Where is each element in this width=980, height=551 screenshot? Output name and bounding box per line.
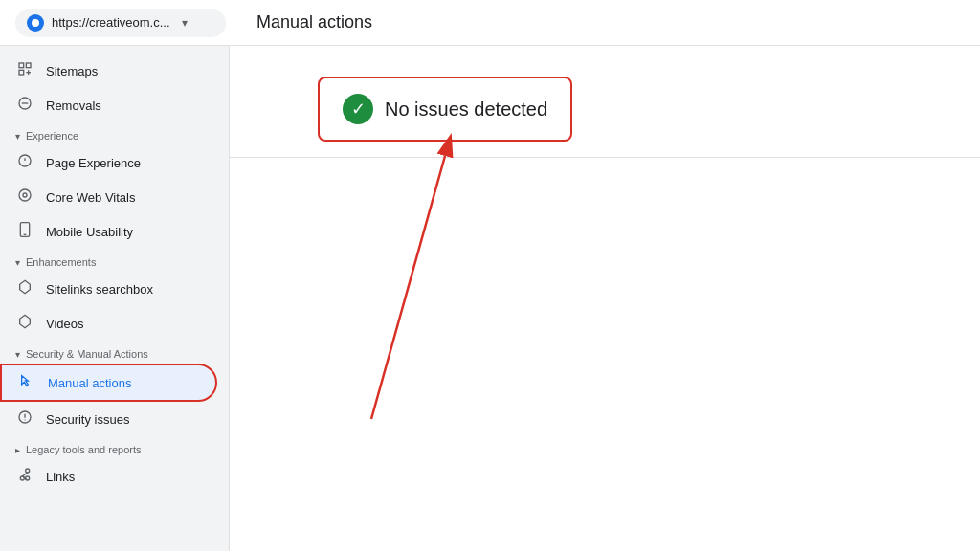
- links-icon: [15, 467, 34, 486]
- no-issues-text: No issues detected: [385, 99, 547, 121]
- sidebar-item-manual-actions[interactable]: Manual actions: [0, 364, 217, 402]
- svg-point-20: [26, 469, 30, 473]
- sidebar-item-page-experience[interactable]: Page Experience: [0, 145, 217, 180]
- main-layout: Sitemaps Removals ▾ Experience Page Expe…: [0, 46, 980, 551]
- security-section-label: Security & Manual Actions: [26, 348, 148, 360]
- url-bar[interactable]: https://creativeom.c... ▾: [15, 9, 226, 37]
- sidebar-item-sitemaps[interactable]: Sitemaps: [0, 54, 217, 88]
- security-section-chevron-icon: ▾: [15, 349, 20, 360]
- svg-line-22: [22, 473, 27, 476]
- enhancements-chevron-icon: ▾: [15, 257, 20, 268]
- mobile-usability-icon: [15, 222, 34, 241]
- legacy-tools-label: Legacy tools and reports: [26, 444, 141, 455]
- svg-rect-2: [19, 70, 24, 75]
- enhancements-label: Enhancements: [26, 256, 96, 268]
- videos-label: Videos: [46, 317, 84, 331]
- main-content: ✓ No issues detected: [230, 46, 980, 551]
- videos-icon: [15, 314, 34, 333]
- sitelinks-searchbox-label: Sitelinks searchbox: [46, 282, 153, 297]
- legacy-chevron-icon: ▸: [15, 445, 20, 455]
- sidebar-item-security-issues[interactable]: Security issues: [0, 402, 217, 436]
- sidebar-item-videos[interactable]: Videos: [0, 306, 217, 341]
- enhancements-section[interactable]: ▾ Enhancements: [0, 249, 229, 272]
- page-title: Manual actions: [256, 12, 372, 33]
- removals-label: Removals: [46, 99, 101, 113]
- core-web-vitals-icon: [15, 187, 34, 207]
- sidebar-item-mobile-usability[interactable]: Mobile Usability: [0, 214, 217, 249]
- sidebar: Sitemaps Removals ▾ Experience Page Expe…: [0, 46, 230, 551]
- sitemaps-label: Sitemaps: [46, 64, 98, 78]
- svg-point-10: [19, 189, 31, 201]
- sidebar-item-links[interactable]: Links: [0, 459, 217, 494]
- manual-actions-icon: [17, 373, 36, 392]
- sidebar-item-removals[interactable]: Removals: [0, 88, 217, 122]
- security-issues-label: Security issues: [46, 412, 129, 427]
- site-icon: [27, 14, 44, 32]
- url-chevron-icon: ▾: [182, 16, 188, 30]
- links-label: Links: [46, 470, 75, 484]
- legacy-tools-section[interactable]: ▸ Legacy tools and reports: [0, 436, 229, 459]
- checkmark-icon: ✓: [351, 100, 366, 118]
- page-experience-icon: [15, 153, 34, 172]
- svg-rect-1: [26, 63, 31, 68]
- mobile-usability-label: Mobile Usability: [46, 225, 133, 239]
- svg-marker-14: [20, 280, 31, 293]
- svg-line-25: [371, 156, 445, 419]
- svg-point-11: [23, 193, 27, 197]
- check-icon-circle: ✓: [343, 94, 373, 124]
- manual-actions-label: Manual actions: [48, 376, 131, 390]
- core-web-vitals-label: Core Web Vitals: [46, 190, 135, 205]
- page-experience-label: Page Experience: [46, 156, 141, 170]
- no-issues-box: ✓ No issues detected: [318, 77, 572, 142]
- svg-marker-15: [20, 315, 31, 327]
- sidebar-item-core-web-vitals[interactable]: Core Web Vitals: [0, 180, 217, 214]
- svg-rect-0: [19, 63, 24, 68]
- top-bar: https://creativeom.c... ▾ Manual actions: [0, 0, 980, 46]
- security-issues-icon: [15, 409, 34, 429]
- content-divider: [230, 157, 980, 158]
- sitemaps-icon: [15, 61, 34, 80]
- experience-chevron-icon: ▾: [15, 131, 20, 142]
- sitelinks-icon: [15, 279, 34, 298]
- security-manual-actions-section[interactable]: ▾ Security & Manual Actions: [0, 341, 229, 364]
- experience-section[interactable]: ▾ Experience: [0, 122, 229, 145]
- sidebar-item-sitelinks-searchbox[interactable]: Sitelinks searchbox: [0, 272, 217, 306]
- removals-icon: [15, 96, 34, 115]
- url-text: https://creativeom.c...: [52, 15, 170, 30]
- experience-label: Experience: [26, 130, 78, 142]
